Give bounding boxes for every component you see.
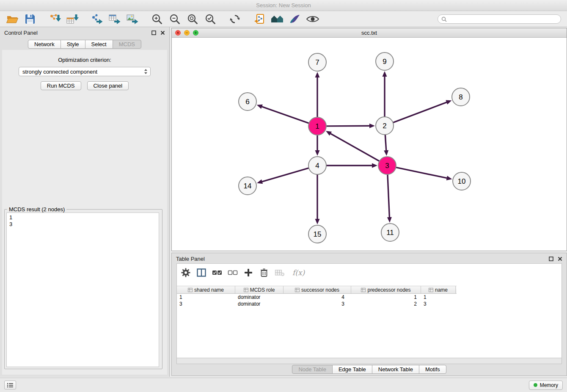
zoom-out-icon[interactable] (168, 13, 182, 25)
graph-node-label: 7 (315, 58, 319, 66)
export-image-icon[interactable] (125, 13, 140, 25)
network-canvas[interactable]: 7968124314101511 (172, 38, 567, 251)
add-row-icon[interactable] (243, 267, 254, 278)
search-icon (441, 17, 447, 22)
mcds-result-item[interactable]: 3 (7, 221, 159, 228)
eye-icon[interactable] (306, 13, 320, 25)
window-titlebar: Session: New Session (0, 0, 567, 11)
network-window-titlebar[interactable]: scc.txt (172, 28, 567, 38)
tab-motifs[interactable]: Motifs (419, 365, 446, 374)
column-header-label: successor nodes (301, 287, 339, 293)
graph-edge-arrow (446, 100, 451, 105)
column-header-label: predecessor nodes (367, 287, 410, 293)
cell-name: 3 (421, 301, 456, 307)
table-panel-title: Table Panel (176, 256, 548, 262)
close-panel-icon[interactable] (160, 30, 165, 35)
graph-node-label: 9 (383, 58, 386, 66)
memory-button[interactable]: Memory (529, 381, 563, 390)
zoom-fit-icon[interactable] (185, 13, 200, 25)
export-table-icon[interactable] (107, 13, 122, 25)
node-table: shared name MCDS role successor nodes pr… (177, 286, 561, 307)
tab-network-table[interactable]: Network Table (372, 365, 419, 374)
graph-edge-2-3[interactable] (385, 135, 386, 152)
table-row[interactable]: 1 dominator 4 1 1 (177, 294, 561, 301)
graph-edge-3-10[interactable] (396, 167, 448, 178)
select-all-icon[interactable] (212, 267, 223, 278)
graph-edge-arrow (315, 150, 320, 156)
window-title: Session: New Session (256, 2, 311, 8)
deselect-all-icon[interactable] (227, 267, 238, 278)
tab-mcds[interactable]: MCDS (113, 40, 141, 49)
graph-edge-2-8[interactable] (393, 102, 448, 123)
mcds-result-group: MCDS result (2 nodes) 1 3 (4, 209, 162, 369)
column-header-predecessor-nodes[interactable]: predecessor nodes (351, 286, 421, 293)
zoom-in-icon[interactable] (150, 13, 164, 25)
cell-successor-nodes: 4 (284, 294, 351, 300)
control-panel: Control Panel Network Style Select MCDS … (0, 27, 170, 377)
network-window-title: scc.txt (361, 30, 377, 36)
column-header-label: MCDS role (250, 287, 275, 293)
close-window-icon[interactable] (175, 30, 181, 36)
float-panel-icon[interactable] (151, 30, 156, 35)
float-panel-icon[interactable] (548, 256, 553, 261)
column-header-successor-nodes[interactable]: successor nodes (284, 286, 351, 293)
table-row[interactable]: 3 dominator 3 2 3 (177, 301, 561, 307)
export-network-icon[interactable] (90, 13, 104, 25)
graph-edge-arrow (446, 176, 452, 180)
graph-node-label: 8 (459, 93, 462, 101)
column-header-name[interactable]: name (421, 286, 456, 293)
zoom-selected-icon[interactable] (203, 13, 217, 25)
network-document-icon[interactable] (252, 13, 267, 25)
tab-style[interactable]: Style (61, 40, 85, 49)
settings-gear-icon[interactable] (180, 267, 191, 278)
graph-edge-3-1[interactable] (330, 133, 380, 161)
home-icon[interactable] (270, 13, 284, 25)
function-builder-icon[interactable]: f(x) (292, 268, 305, 277)
main-toolbar (0, 11, 567, 27)
search-input[interactable] (447, 16, 561, 22)
graph-edge-arrow (315, 72, 320, 77)
style-brush-icon[interactable] (288, 13, 302, 25)
table-panel: Table Panel (171, 253, 567, 376)
save-session-icon[interactable] (23, 13, 37, 25)
open-session-icon[interactable] (5, 13, 19, 25)
mcds-result-list: 1 3 (6, 213, 159, 367)
delete-row-icon[interactable] (259, 267, 270, 278)
graph-edge-1-6[interactable] (261, 106, 309, 123)
column-header-mcds-role[interactable]: MCDS role (235, 286, 284, 293)
table-toolbar: f(x) (177, 264, 561, 282)
tab-node-table[interactable]: Node Table (292, 365, 333, 374)
refresh-layout-icon[interactable] (228, 13, 242, 25)
graph-edge-arrow (257, 105, 263, 109)
cell-shared-name: 3 (177, 301, 235, 307)
graph-edge-4-14[interactable] (261, 168, 309, 182)
close-panel-button[interactable]: Close panel (87, 81, 129, 90)
close-panel-icon[interactable] (557, 256, 562, 261)
graph-node-label: 2 (383, 122, 386, 130)
graph-node-label: 11 (386, 229, 394, 237)
memory-status-icon (534, 383, 537, 387)
run-mcds-button[interactable]: Run MCDS (41, 81, 81, 90)
list-icon (7, 382, 14, 388)
search-box (438, 14, 561, 24)
tab-network[interactable]: Network (28, 40, 61, 49)
minimize-window-icon[interactable] (184, 30, 190, 36)
show-columns-icon[interactable] (196, 267, 207, 278)
import-table-icon[interactable] (65, 13, 80, 25)
table-scrollbar[interactable] (176, 358, 562, 364)
graph-edge-arrow (383, 71, 387, 77)
graph-edge-1-2[interactable] (326, 126, 371, 126)
column-header-shared-name[interactable]: shared name (177, 286, 235, 293)
import-network-icon[interactable] (47, 13, 62, 25)
cell-name: 1 (421, 294, 456, 300)
tab-edge-table[interactable]: Edge Table (332, 365, 372, 374)
import-table-disabled-icon (274, 267, 285, 278)
mcds-tab-content: Optimization criterion: strongly connect… (2, 50, 167, 375)
maximize-window-icon[interactable] (193, 30, 198, 36)
mcds-result-item[interactable]: 1 (7, 213, 159, 221)
panel-menu-button[interactable] (4, 381, 16, 389)
tab-select[interactable]: Select (85, 40, 113, 49)
graph-edge-3-11[interactable] (388, 174, 390, 218)
table-panel-header: Table Panel (172, 253, 567, 264)
criterion-dropdown[interactable]: strongly connected component (19, 67, 151, 76)
